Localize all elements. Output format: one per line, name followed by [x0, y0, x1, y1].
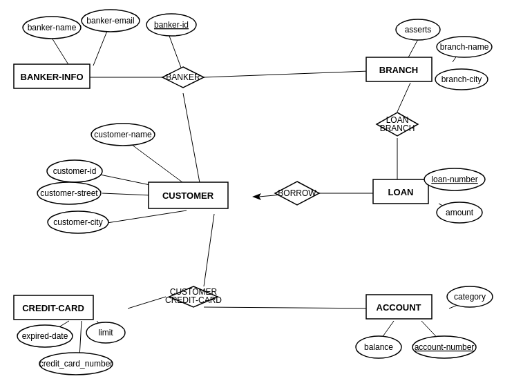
entity-banker-info-label: BANKER-INFO	[21, 72, 84, 82]
line-bankerid-banker	[169, 36, 181, 68]
rel-borrow-label: BORROW	[278, 188, 316, 198]
line-creditcardnumber-creditcard	[79, 321, 82, 357]
line-asserts-branch	[408, 39, 418, 59]
attr-credit-card-number-label: credit_card_number	[39, 359, 113, 369]
entity-branch-label: BRANCH	[379, 65, 418, 75]
entity-credit-card-label: CREDIT-CARD	[22, 303, 84, 313]
attr-branch-name-label: branch-name	[440, 42, 489, 52]
attr-category-label: category	[454, 292, 486, 302]
rel-loan-branch-label2: BRANCH	[380, 124, 415, 133]
attr-balance-label: balance	[364, 342, 393, 352]
attr-banker-id-label: banker-id	[154, 20, 189, 30]
attr-branch-city-label: branch-city	[441, 75, 482, 84]
rel-ccc-label2: CREDIT-CARD	[165, 295, 222, 305]
attr-customer-id-label: customer-id	[53, 166, 97, 176]
attr-customer-city-label: customer-city	[53, 217, 102, 227]
line-customercity-customer	[107, 210, 187, 223]
line-banker-customer	[183, 93, 200, 186]
attr-customer-name-label: customer-name	[94, 130, 152, 139]
er-diagram: BANKER-INFO BRANCH CUSTOMER LOAN CREDIT-…	[0, 0, 532, 392]
attr-limit-label: limit	[98, 328, 113, 337]
entity-loan-label: LOAN	[388, 187, 414, 197]
entity-account-label: ACCOUNT	[377, 302, 421, 313]
attr-loan-number-label: loan-number	[431, 175, 477, 184]
entity-customer-label: CUSTOMER	[162, 190, 214, 201]
line-branch-loanbranch	[397, 83, 410, 112]
line-ccc-account	[204, 307, 383, 308]
attr-amount-label: amount	[446, 208, 474, 217]
attr-customer-street-label: customer-street	[40, 188, 98, 198]
line-bankeremail-bankerinfo	[93, 31, 107, 66]
attr-account-number-label: account-number	[415, 342, 475, 352]
attr-expired-date-label: expired-date	[22, 331, 68, 341]
attr-asserts-label: asserts	[405, 25, 432, 35]
line-ccc-creditcard	[128, 297, 166, 308]
rel-banker-label: BANKER	[166, 72, 200, 82]
line-banker-branch	[204, 70, 387, 77]
attr-banker-email-label: banker-email	[86, 16, 134, 26]
attr-banker-name-label: banker-name	[28, 23, 77, 32]
line-bankername-bankerinfo	[52, 38, 69, 66]
line-customer-ccc	[204, 214, 214, 286]
